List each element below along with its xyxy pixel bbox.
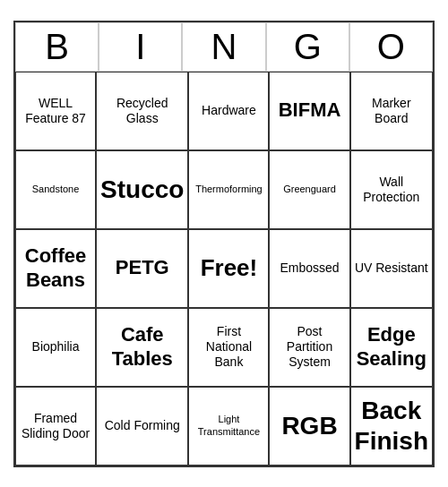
- header-letter: I: [99, 22, 182, 72]
- bingo-cell-9: Wall Protection: [350, 150, 433, 229]
- header-letter: B: [15, 22, 99, 72]
- bingo-cell-3: BIFMA: [269, 72, 349, 150]
- bingo-cell-22: Light Transmittance: [188, 387, 269, 466]
- bingo-cell-1: Recycled Glass: [96, 72, 188, 150]
- bingo-cell-8: Greenguard: [269, 150, 349, 229]
- bingo-cell-16: Cafe Tables: [96, 308, 188, 387]
- bingo-cell-15: Biophilia: [15, 308, 96, 387]
- bingo-cell-20: Framed Sliding Door: [15, 387, 96, 466]
- bingo-cell-19: Edge Sealing: [350, 308, 433, 387]
- bingo-cell-12: Free!: [188, 229, 269, 308]
- bingo-grid: WELL Feature 87Recycled GlassHardwareBIF…: [15, 72, 433, 466]
- bingo-cell-0: WELL Feature 87: [15, 72, 96, 150]
- bingo-cell-4: Marker Board: [350, 72, 433, 150]
- bingo-cell-14: UV Resistant: [350, 229, 433, 308]
- bingo-cell-23: RGB: [269, 387, 349, 466]
- bingo-header: BINGO: [15, 22, 433, 72]
- bingo-cell-11: PETG: [96, 229, 188, 308]
- bingo-cell-5: Sandstone: [15, 150, 96, 229]
- bingo-cell-7: Thermoforming: [188, 150, 269, 229]
- bingo-cell-17: First National Bank: [188, 308, 269, 387]
- bingo-cell-2: Hardware: [188, 72, 269, 150]
- header-letter: O: [349, 22, 433, 72]
- bingo-card: BINGO WELL Feature 87Recycled GlassHardw…: [13, 21, 435, 467]
- header-letter: G: [266, 22, 349, 72]
- bingo-cell-18: Post Partition System: [269, 308, 349, 387]
- bingo-cell-10: Coffee Beans: [15, 229, 96, 308]
- bingo-cell-6: Stucco: [96, 150, 188, 229]
- bingo-cell-21: Cold Forming: [96, 387, 188, 466]
- bingo-cell-24: Back Finish: [350, 387, 433, 466]
- bingo-cell-13: Embossed: [269, 229, 349, 308]
- header-letter: N: [182, 22, 265, 72]
